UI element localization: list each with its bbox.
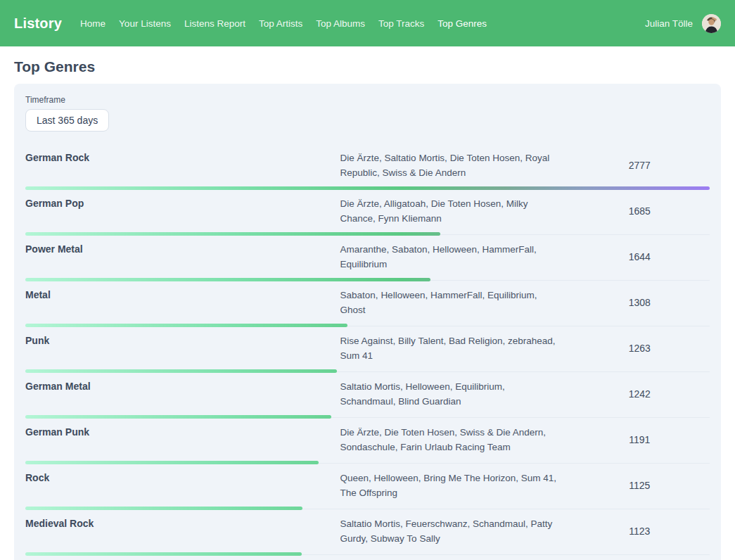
genre-artists: Unleash The Archers, Helloween, HammerFa… <box>340 555 570 560</box>
timeframe-selector[interactable]: Last 365 days <box>25 109 109 132</box>
genre-listen-count: 1263 <box>629 343 651 355</box>
top-navbar: Listory HomeYour ListensListens ReportTo… <box>0 0 735 46</box>
top-genres-card: Timeframe Last 365 days German Rock Die … <box>14 84 721 560</box>
user-avatar[interactable] <box>702 14 721 33</box>
genre-name: Metal <box>25 281 340 300</box>
genre-name: Power Metal <box>25 235 340 255</box>
genre-listen-count: 1191 <box>629 434 650 447</box>
nav-item-your-listens[interactable]: Your Listens <box>119 18 171 29</box>
genre-artists: Die Ärzte, Alligatoah, Die Toten Hosen, … <box>340 189 570 234</box>
table-row: Power Metal Amaranthe, Sabaton, Hellowee… <box>25 235 710 281</box>
table-row: Melodic Metal Unleash The Archers, Hello… <box>25 555 710 560</box>
genre-table: German Rock Die Ärzte, Saltatio Mortis, … <box>25 144 710 560</box>
genre-name: Melodic Metal <box>25 555 340 560</box>
user-name: Julian Tölle <box>645 18 693 29</box>
nav-item-listens-report[interactable]: Listens Report <box>184 18 245 29</box>
table-row: Punk Rise Against, Billy Talent, Bad Rel… <box>25 326 710 372</box>
genre-listen-count: 2777 <box>629 160 651 172</box>
table-row: German Metal Saltatio Mortis, Helloween,… <box>25 372 710 418</box>
page-content: Top Genres Timeframe Last 365 days Germa… <box>0 58 735 560</box>
genre-artists: Saltatio Mortis, Helloween, Equilibrium,… <box>340 372 570 417</box>
genre-listen-count: 1685 <box>629 205 651 218</box>
genre-listen-count: 1644 <box>629 251 651 264</box>
genre-artists: Rise Against, Billy Talent, Bad Religion… <box>340 326 570 371</box>
nav-item-home[interactable]: Home <box>80 18 106 29</box>
genre-artists: Die Ärzte, Saltatio Mortis, Die Toten Ho… <box>340 144 570 189</box>
nav-item-top-tracks[interactable]: Top Tracks <box>378 18 424 29</box>
timeframe-label: Timeframe <box>25 95 710 105</box>
nav-item-top-genres[interactable]: Top Genres <box>437 18 487 29</box>
genre-name: Rock <box>25 464 340 483</box>
page-title: Top Genres <box>14 58 721 75</box>
genre-artists: Amaranthe, Sabaton, Helloween, HammerFal… <box>340 235 570 280</box>
genre-listen-count: 1125 <box>629 480 650 492</box>
table-row: German Punk Die Ärzte, Die Toten Hosen, … <box>25 418 710 464</box>
genre-artists: Die Ärzte, Die Toten Hosen, Swiss & Die … <box>340 418 570 463</box>
table-row: Rock Queen, Helloween, Bring Me The Hori… <box>25 464 710 509</box>
genre-name: German Punk <box>25 418 340 438</box>
genre-artists: Saltatio Mortis, Feuerschwanz, Schandmau… <box>340 509 570 554</box>
app-logo[interactable]: Listory <box>14 15 62 32</box>
genre-artists: Sabaton, Helloween, HammerFall, Equilibr… <box>340 281 570 326</box>
nav-item-top-albums[interactable]: Top Albums <box>316 18 365 29</box>
main-navigation: HomeYour ListensListens ReportTop Artist… <box>80 18 487 29</box>
user-menu[interactable]: Julian Tölle <box>645 14 721 33</box>
genre-listen-count: 1242 <box>629 388 651 401</box>
genre-listen-count: 1123 <box>629 526 650 538</box>
table-row: German Rock Die Ärzte, Saltatio Mortis, … <box>25 144 710 189</box>
genre-name: Medieval Rock <box>25 509 340 529</box>
genre-name: German Pop <box>25 189 340 209</box>
genre-listen-count: 1308 <box>629 297 651 310</box>
table-row: Metal Sabaton, Helloween, HammerFall, Eq… <box>25 281 710 326</box>
nav-item-top-artists[interactable]: Top Artists <box>259 18 302 29</box>
table-row: Medieval Rock Saltatio Mortis, Feuerschw… <box>25 509 710 555</box>
avatar-photo <box>702 14 721 33</box>
table-row: German Pop Die Ärzte, Alligatoah, Die To… <box>25 189 710 235</box>
genre-name: German Rock <box>25 144 340 163</box>
genre-artists: Queen, Helloween, Bring Me The Horizon, … <box>340 464 570 509</box>
genre-name: Punk <box>25 326 340 346</box>
genre-name: German Metal <box>25 372 340 392</box>
